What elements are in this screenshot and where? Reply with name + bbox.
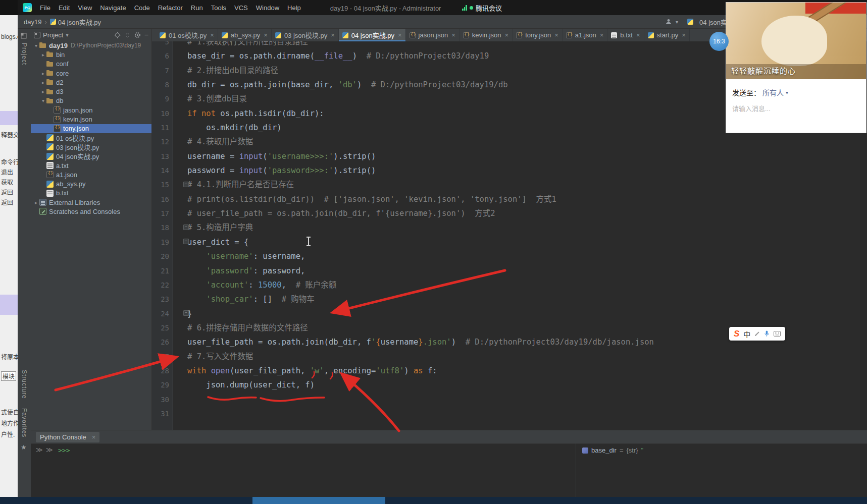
chevron-icon[interactable]: ▾ xyxy=(33,43,39,48)
code-line[interactable]: 22 'account': 15000, # 账户余额 xyxy=(152,278,867,292)
line-number[interactable]: 12 xyxy=(152,135,169,149)
code-line[interactable]: 12# 4.获取用户数据 xyxy=(152,135,867,149)
ime-toolbar[interactable]: S 中 xyxy=(729,327,785,341)
code-text[interactable]: 'shop_car': [] # 购物车 xyxy=(169,292,315,306)
code-text[interactable]: 'password': password, xyxy=(169,264,305,278)
code-line[interactable]: 17# user_file_path = os.path.join(db_dir… xyxy=(152,206,867,220)
console-body[interactable]: ≫ ≫ >>> base_dir = {str} " xyxy=(31,443,867,497)
chevron-icon[interactable]: ▸ xyxy=(40,89,46,94)
code-text[interactable]: # 4.获取用户数据 xyxy=(169,135,253,149)
breadcrumb-file[interactable]: 04 json实战.py xyxy=(58,17,101,27)
line-number[interactable]: 8 xyxy=(152,78,169,92)
tree-item-b.txt[interactable]: b.txt xyxy=(31,189,151,198)
code-line[interactable]: 21 'password': password, xyxy=(152,264,867,278)
microphone-icon[interactable] xyxy=(764,330,770,337)
close-icon[interactable]: × xyxy=(505,31,509,39)
line-number[interactable]: 16 xyxy=(152,192,169,206)
chevron-down-icon[interactable]: ▾ xyxy=(66,32,68,38)
project-panel-title[interactable]: Project xyxy=(43,31,63,39)
breadcrumb-project[interactable]: day19 xyxy=(24,18,41,26)
tree-item-ab_sys.py[interactable]: ab_sys.py xyxy=(31,179,151,188)
line-number[interactable]: 7 xyxy=(152,64,169,78)
console-prompt[interactable]: >>> xyxy=(58,446,70,454)
code-text[interactable]: base_dir = os.path.dirname(__file__) # D… xyxy=(169,49,489,63)
line-number[interactable]: 19 xyxy=(152,235,169,249)
line-number[interactable]: 9 xyxy=(152,92,169,106)
close-icon[interactable]: × xyxy=(636,31,640,39)
line-number[interactable]: 24 xyxy=(152,307,169,321)
ime-mode-chinese[interactable]: 中 xyxy=(743,329,750,339)
chevron-down-icon[interactable]: ▾ xyxy=(676,19,678,25)
menu-help[interactable]: Help xyxy=(287,4,301,12)
variable-row[interactable]: base_dir = {str} " xyxy=(576,443,867,454)
tree-item-a.txt[interactable]: a.txt xyxy=(31,161,151,170)
close-icon[interactable]: × xyxy=(398,31,402,39)
code-line[interactable]: 27# 7.写入文件数据 xyxy=(152,350,867,364)
editor-tab-01 os模块.py[interactable]: 01 os模块.py× xyxy=(156,29,218,41)
line-number[interactable]: 26 xyxy=(152,335,169,349)
tree-item-03 json模块.py[interactable]: 03 json模块.py xyxy=(31,142,151,151)
fold-marker[interactable]: − xyxy=(183,310,189,316)
code-text[interactable]: with open(user_file_path, 'w', encoding=… xyxy=(169,364,437,378)
menu-tools[interactable]: Tools xyxy=(211,4,226,12)
chevron-icon[interactable]: ▸ xyxy=(33,200,39,205)
line-number[interactable]: 20 xyxy=(152,249,169,263)
editor-tab-jason.json[interactable]: jason.json× xyxy=(406,29,460,41)
close-icon[interactable]: × xyxy=(92,433,96,441)
chevron-icon[interactable]: ▸ xyxy=(40,71,46,76)
close-icon[interactable]: × xyxy=(210,31,214,39)
code-line[interactable]: 30 xyxy=(152,393,867,407)
fold-marker[interactable]: − xyxy=(183,225,189,230)
code-line[interactable]: 23 'shop_car': [] # 购物车 xyxy=(152,292,867,306)
code-text[interactable]: password = input('password>>>:').strip() xyxy=(169,163,376,178)
code-text[interactable]: # user_file_path = os.path.join(db_dir, … xyxy=(169,206,495,220)
tree-item-01 os模块.py[interactable]: 01 os模块.py xyxy=(31,133,151,142)
code-line[interactable]: 31 xyxy=(152,407,867,421)
code-line[interactable]: 15# 4.1.判断用户名是否已存在 xyxy=(152,178,867,192)
menu-code[interactable]: Code xyxy=(134,4,150,12)
code-text[interactable]: # 3.创建db目录 xyxy=(169,92,247,106)
user-icon[interactable] xyxy=(666,19,672,25)
line-number[interactable]: 6 xyxy=(152,49,169,63)
send-to-value[interactable]: 所有人 xyxy=(762,87,784,97)
chevron-down-icon[interactable]: ▾ xyxy=(786,90,788,95)
editor-tab-tony.json[interactable]: tony.json× xyxy=(513,29,563,41)
code-line[interactable]: 14password = input('password>>>:').strip… xyxy=(152,163,867,178)
tree-item-tony.json[interactable]: tony.json xyxy=(31,124,151,133)
project-tool-icon[interactable] xyxy=(21,33,27,39)
editor-tab-b.txt[interactable]: b.txt× xyxy=(607,29,644,41)
menu-vcs[interactable]: VCS xyxy=(234,4,248,12)
tree-item-conf[interactable]: conf xyxy=(31,60,151,69)
code-line[interactable]: 24} xyxy=(152,307,867,321)
menu-edit[interactable]: Edit xyxy=(59,4,70,12)
close-icon[interactable]: × xyxy=(600,31,604,39)
clock-bubble[interactable]: 16:3 xyxy=(709,32,729,51)
editor-tab-04 json实战.py[interactable]: 04 json实战.py× xyxy=(339,29,406,41)
menu-navigate[interactable]: Navigate xyxy=(100,4,126,12)
console-history-icon[interactable]: ≫ xyxy=(36,446,43,454)
code-text[interactable]: # 7.写入文件数据 xyxy=(169,350,253,364)
code-text[interactable]: # 5.构造用户字典 xyxy=(169,220,253,235)
menu-file[interactable]: File xyxy=(40,4,50,12)
line-number[interactable]: 15 xyxy=(152,178,169,192)
code-text[interactable]: # 1.获取执行文件所在的目录路径 xyxy=(169,41,308,49)
editor-tab-ab_sys.py[interactable]: ab_sys.py× xyxy=(218,29,272,41)
line-number[interactable]: 30 xyxy=(152,393,169,407)
code-text[interactable]: user_file_path = os.path.join(db_dir, f'… xyxy=(169,335,654,349)
code-text[interactable]: # print(os.listdir(db_dir)) # ['jason.js… xyxy=(169,192,556,206)
meeting-indicator[interactable]: 腾讯会议 xyxy=(462,3,502,13)
line-number[interactable]: 22 xyxy=(152,278,169,292)
menu-refactor[interactable]: Refactor xyxy=(158,4,183,12)
fold-marker[interactable]: − xyxy=(183,182,189,187)
editor-tab-03 json模块.py[interactable]: 03 json模块.py× xyxy=(272,29,339,41)
code-line[interactable]: 20 'username': username, xyxy=(152,249,867,263)
code-text[interactable]: # 6.拼接存储用户数据的文件路径 xyxy=(169,321,308,335)
tree-item-d3[interactable]: ▸d3 xyxy=(31,87,151,96)
line-number[interactable]: 21 xyxy=(152,264,169,278)
code-text[interactable]: username = input('username>>>:').strip() xyxy=(169,149,376,163)
line-number[interactable]: 25 xyxy=(152,321,169,335)
code-text[interactable] xyxy=(169,393,187,407)
line-number[interactable]: 14 xyxy=(152,163,169,178)
code-text[interactable]: # 2.拼接出db目录的路径 xyxy=(169,64,278,78)
close-icon[interactable]: × xyxy=(554,31,558,39)
